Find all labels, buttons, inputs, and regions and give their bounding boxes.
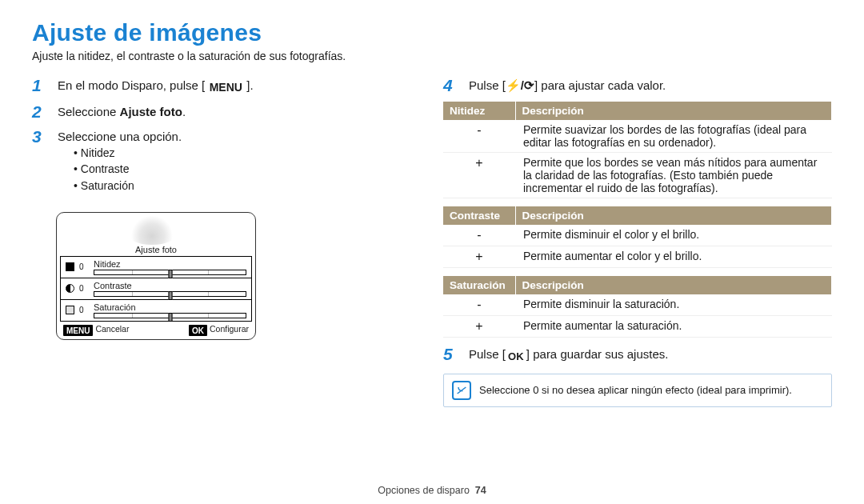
menu-box-icon: MENU	[63, 325, 93, 336]
lcd-cancel: Cancelar	[95, 324, 129, 334]
th-descripcion: Descripción	[515, 276, 832, 294]
step-1: 1 En el modo Disparo, pulse [MENU].	[32, 77, 416, 95]
step-3: 3 Seleccione una opción. Nitidez Contras…	[32, 128, 416, 204]
lcd-slider	[94, 291, 246, 297]
right-column: 4 Pulse [⚡/⟳] para ajustar cada valor. N…	[443, 77, 832, 407]
step-number: 2	[32, 103, 48, 120]
step-2: 2 Seleccione Ajuste foto.	[32, 103, 416, 120]
lcd-configure: Configurar	[210, 324, 249, 334]
bullet-saturacion: Saturación	[74, 178, 416, 194]
table-row: - Permite disminuir la saturación.	[443, 294, 832, 316]
lcd-slider	[94, 270, 246, 275]
step-3-a: Seleccione una opción.	[58, 130, 182, 143]
lcd-silhouette	[60, 216, 252, 246]
step-1-pre: En el modo Disparo, pulse [	[58, 78, 205, 92]
bullet-contraste: Contraste	[74, 162, 416, 178]
th-contraste: Contraste	[443, 206, 515, 225]
cell-desc: Permite que los bordes se vean más nítid…	[515, 153, 832, 198]
contrast-icon	[66, 284, 74, 293]
tip-box: Seleccione 0 si no desea aplicar ningún …	[443, 374, 832, 407]
step-4-post: ] para ajustar cada valor.	[534, 78, 666, 92]
footer-label: Opciones de disparo	[378, 485, 470, 496]
cell-key: -	[443, 225, 515, 246]
footer-page-number: 74	[475, 485, 486, 496]
lcd-row-sharp: 0 Nitidez	[61, 257, 251, 278]
step-1-post: ].	[246, 78, 253, 92]
lcd-val-saturation: 0	[79, 306, 89, 314]
step-2-a: Seleccione	[58, 105, 120, 118]
note-icon	[452, 381, 471, 400]
cell-desc: Permite disminuir la saturación.	[515, 294, 832, 316]
lcd-row-saturation: 0 Saturación	[61, 300, 251, 321]
cell-key: -	[443, 120, 515, 153]
camera-lcd: Ajuste foto 0 Nitidez	[56, 212, 256, 341]
step-4-pre: Pulse [	[469, 78, 506, 92]
page-title: Ajuste de imágenes	[32, 19, 832, 46]
step-5: 5 Pulse [OK] para guardar sus ajustes.	[443, 346, 832, 364]
step-3-bullets: Nitidez Contraste Saturación	[58, 146, 416, 194]
th-descripcion: Descripción	[515, 102, 832, 120]
table-row: - Permite suavizar los bordes de las fot…	[443, 120, 832, 153]
table-contraste: Contraste Descripción - Permite disminui…	[443, 206, 832, 268]
step-5-pre: Pulse [	[469, 347, 506, 361]
sharpness-icon	[66, 262, 74, 271]
table-row: - Permite disminuir el color y el brillo…	[443, 225, 832, 246]
table-row: + Permite aumentar la saturación.	[443, 316, 832, 338]
step-number: 5	[443, 346, 459, 364]
table-row: + Permite que los bordes se vean más nít…	[443, 153, 832, 198]
lcd-row-contrast: 0 Contraste	[61, 278, 251, 300]
lcd-footer: MENU Cancelar OK Configurar	[60, 322, 252, 338]
cell-desc: Permite aumentar el color y el brillo.	[515, 246, 832, 268]
lcd-label-contrast: Contraste	[94, 281, 246, 290]
lcd-slider	[94, 313, 246, 318]
page-footer: Opciones de disparo 74	[0, 485, 864, 496]
cell-key: +	[443, 153, 515, 198]
cell-key: -	[443, 294, 515, 316]
tip-text: Seleccione 0 si no desea aplicar ningún …	[479, 384, 792, 396]
lcd-label-saturation: Saturación	[94, 302, 246, 312]
step-number: 4	[443, 77, 459, 94]
cell-desc: Permite aumentar la saturación.	[515, 316, 832, 338]
ok-box-icon: OK	[189, 325, 207, 336]
th-saturacion: Saturación	[443, 276, 515, 294]
page-subtitle: Ajuste la nitidez, el contraste o la sat…	[32, 50, 832, 62]
menu-key-icon: MENU	[205, 81, 246, 95]
cell-desc: Permite disminuir el color y el brillo.	[515, 225, 832, 246]
lcd-val-contrast: 0	[79, 284, 89, 293]
bullet-nitidez: Nitidez	[74, 146, 416, 162]
cell-key: +	[443, 246, 515, 268]
step-number: 3	[32, 128, 48, 204]
step-4: 4 Pulse [⚡/⟳] para ajustar cada valor.	[443, 77, 832, 94]
left-column: 1 En el modo Disparo, pulse [MENU]. 2 Se…	[32, 77, 416, 407]
lcd-val-sharp: 0	[79, 262, 89, 271]
saturation-icon	[66, 306, 74, 314]
th-nitidez: Nitidez	[443, 102, 515, 120]
cell-desc: Permite suavizar los bordes de las fotog…	[515, 120, 832, 153]
table-row: + Permite aumentar el color y el brillo.	[443, 246, 832, 268]
table-nitidez: Nitidez Descripción - Permite suavizar l…	[443, 102, 832, 198]
flash-timer-icon: ⚡/⟳	[506, 78, 534, 92]
lcd-label-sharp: Nitidez	[94, 259, 246, 269]
step-2-b: .	[182, 105, 186, 118]
ok-key-icon: OK	[506, 350, 526, 364]
step-5-post: ] para guardar sus ajustes.	[526, 347, 669, 361]
table-saturacion: Saturación Descripción - Permite disminu…	[443, 276, 832, 338]
th-descripcion: Descripción	[515, 206, 832, 225]
step-number: 1	[32, 77, 48, 95]
cell-key: +	[443, 316, 515, 338]
step-2-bold: Ajuste foto	[120, 105, 182, 118]
lcd-table: 0 Nitidez 0 Contraste	[60, 256, 252, 322]
